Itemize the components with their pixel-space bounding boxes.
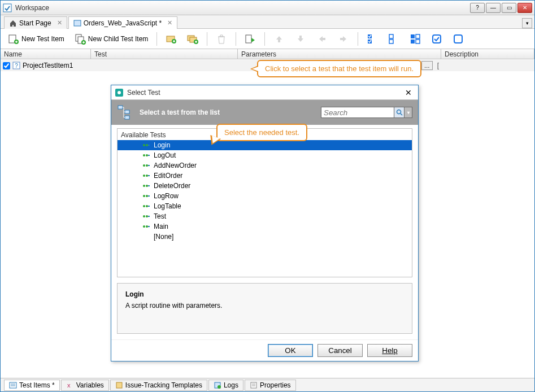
tab-label: Properties — [260, 381, 291, 389]
toggle-empty-button[interactable] — [449, 31, 468, 47]
svg-point-47 — [143, 225, 145, 228]
item-label: Test — [154, 212, 166, 220]
new-child-test-item-button[interactable]: New Child Test Item — [71, 31, 152, 47]
svg-rect-21 — [433, 35, 441, 43]
column-parameters[interactable]: Parameters — [238, 49, 441, 59]
tab-orders-web-javascript[interactable]: Orders_Web_JavaScript * ✕ — [68, 16, 178, 29]
folders-add-icon — [187, 33, 198, 45]
svg-point-45 — [143, 215, 145, 217]
tab-issue-tracking[interactable]: Issue-Tracking Templates — [110, 380, 207, 391]
test-items-icon — [9, 381, 17, 389]
add-subitem-button[interactable] — [162, 31, 181, 47]
script-icon — [142, 172, 150, 179]
help-button[interactable]: Help — [367, 344, 412, 357]
svg-point-30 — [397, 110, 401, 114]
search-button[interactable] — [394, 107, 404, 118]
list-item[interactable]: LogRow — [118, 191, 412, 201]
tab-test-items[interactable]: Test Items * — [4, 380, 60, 391]
arrow-left-icon — [316, 33, 328, 45]
indent-button — [334, 31, 353, 47]
svg-rect-29 — [125, 116, 129, 119]
svg-rect-18 — [416, 34, 420, 38]
list-item-none[interactable]: [None] — [118, 232, 412, 242]
item-label: AddNewOrder — [154, 162, 197, 169]
list-item[interactable]: DeleteOrder — [118, 181, 412, 191]
svg-rect-16 — [389, 40, 393, 43]
svg-point-34 — [146, 154, 148, 156]
folder-add-icon — [166, 33, 177, 45]
uncheck-all-icon — [388, 33, 399, 45]
toggle-check-button[interactable] — [427, 31, 446, 47]
tab-logs[interactable]: Logs — [208, 380, 243, 391]
available-tests-list: Available Tests Login LogOut AddNewOrder… — [117, 128, 412, 277]
svg-text:x: x — [67, 382, 71, 389]
description-name: Login — [125, 290, 404, 298]
list-item[interactable]: AddNewOrder — [118, 160, 412, 171]
script-icon — [142, 182, 150, 189]
svg-point-40 — [146, 185, 148, 187]
tab-label: Test Items * — [19, 381, 55, 389]
list-item[interactable]: Login — [118, 140, 412, 150]
cancel-button[interactable]: Cancel — [317, 344, 363, 357]
minimize-button[interactable]: — — [486, 3, 501, 13]
dialog-icon — [115, 88, 124, 97]
add-group-button[interactable] — [183, 31, 202, 47]
check-all-icon — [367, 33, 378, 45]
close-tab-icon[interactable]: ✕ — [167, 19, 172, 27]
params-value: [ — [437, 62, 439, 69]
question-icon: ? — [12, 62, 20, 69]
list-item[interactable]: Test — [118, 211, 412, 221]
ok-button[interactable]: OK — [268, 344, 313, 357]
item-label: Login — [154, 141, 170, 149]
search-input[interactable] — [321, 107, 394, 118]
document-tabs: Start Page ✕ Orders_Web_JavaScript * ✕ ▾ — [1, 15, 534, 29]
search-dropdown[interactable]: ▾ — [404, 107, 412, 118]
maximize-button[interactable]: ▭ — [502, 3, 516, 13]
list-item[interactable]: LogOut — [118, 150, 412, 160]
uncheck-all-button[interactable] — [384, 31, 403, 47]
list-item[interactable]: LogTable — [118, 201, 412, 211]
svg-rect-20 — [416, 40, 420, 43]
dialog-title: Select Test — [127, 89, 402, 97]
svg-rect-54 — [251, 382, 256, 388]
browse-test-button[interactable]: … — [421, 61, 433, 70]
svg-rect-19 — [411, 40, 415, 43]
row-checkbox[interactable] — [3, 62, 10, 69]
script-icon — [142, 152, 150, 159]
item-label: LogRow — [154, 192, 179, 200]
check-all-button[interactable] — [363, 31, 382, 47]
properties-icon — [250, 381, 258, 389]
svg-point-35 — [143, 164, 145, 167]
close-tab-icon[interactable]: ✕ — [57, 19, 62, 27]
tabs-dropdown[interactable]: ▾ — [522, 18, 532, 28]
close-button[interactable]: ✕ — [517, 3, 532, 13]
tab-properties[interactable]: Properties — [245, 380, 296, 391]
issue-tracking-icon — [115, 381, 123, 389]
dialog-close-button[interactable]: ✕ — [402, 88, 415, 98]
run-button[interactable] — [241, 31, 260, 47]
column-name[interactable]: Name — [1, 49, 91, 59]
help-button[interactable]: ? — [470, 3, 485, 13]
list-item[interactable]: Main — [118, 221, 412, 232]
arrow-right-icon — [338, 33, 349, 45]
column-description[interactable]: Description — [441, 49, 534, 59]
check-selected-button[interactable] — [406, 31, 425, 47]
svg-point-26 — [118, 91, 121, 94]
run-icon — [245, 33, 256, 45]
svg-rect-17 — [411, 34, 415, 38]
item-label: EditOrder — [154, 172, 182, 180]
tab-variables[interactable]: x Variables — [61, 380, 109, 391]
column-test[interactable]: Test — [91, 49, 238, 59]
tab-start-page[interactable]: Start Page ✕ — [4, 16, 67, 29]
svg-point-42 — [146, 195, 148, 197]
svg-rect-0 — [3, 4, 11, 12]
bottom-tabs: Test Items * x Variables Issue-Tracking … — [1, 378, 534, 391]
svg-rect-22 — [454, 35, 462, 43]
svg-point-37 — [143, 175, 145, 177]
svg-point-43 — [143, 205, 145, 207]
list-item[interactable]: EditOrder — [118, 171, 412, 181]
new-child-test-item-icon — [75, 33, 86, 45]
tab-label: Start Page — [19, 19, 51, 27]
banner-text: Select a test from the list — [140, 108, 220, 116]
new-test-item-button[interactable]: New Test Item — [4, 31, 68, 47]
